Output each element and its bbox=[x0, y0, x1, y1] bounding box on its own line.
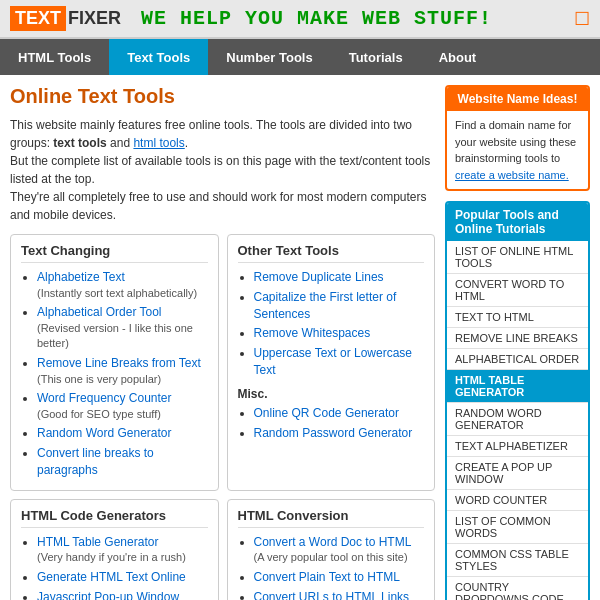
sidebar-nav-item[interactable]: WORD COUNTER bbox=[447, 490, 588, 511]
website-name-body: Find a domain name for your website usin… bbox=[447, 111, 588, 189]
list-item: HTML Table Generator(Very handy if you'r… bbox=[37, 534, 208, 566]
list-item: Word Frequency Counter(Good for SEO type… bbox=[37, 390, 208, 422]
intro-para1: This website mainly features free online… bbox=[10, 116, 435, 152]
sidebar-nav-item[interactable]: CONVERT WORD TO HTML bbox=[447, 274, 588, 307]
nav-item-html-tools[interactable]: HTML Tools bbox=[0, 39, 109, 75]
list-item: Alphabetize Text(Instantly sort text alp… bbox=[37, 269, 208, 301]
sidebar-nav-item[interactable]: LIST OF COMMON WORDS bbox=[447, 511, 588, 544]
list-item: Random Word Generator bbox=[37, 425, 208, 442]
sidebar-nav-item[interactable]: LIST OF ONLINE HTML TOOLS bbox=[447, 241, 588, 274]
nav-item-tutorials[interactable]: Tutorials bbox=[331, 39, 421, 75]
intro-para2: But the complete list of available tools… bbox=[10, 152, 435, 188]
tool-list: HTML Table Generator(Very handy if you'r… bbox=[21, 534, 208, 600]
tool-link[interactable]: Random Word Generator bbox=[37, 426, 172, 440]
tool-link[interactable]: Convert line breaks to paragraphs bbox=[37, 446, 154, 477]
list-item: Convert a Word Doc to HTML(A very popula… bbox=[254, 534, 425, 566]
tool-grid: Text Changing Alphabetize Text(Instantly… bbox=[10, 234, 435, 600]
list-item: Online QR Code Generator bbox=[254, 405, 425, 422]
tool-link[interactable]: Alphabetical Order Tool bbox=[37, 305, 162, 319]
logo-fixer-part: FIXER bbox=[68, 8, 121, 29]
sidebar-nav: Popular Tools and Online Tutorials LIST … bbox=[445, 201, 590, 600]
tool-card-text-changing: Text Changing Alphabetize Text(Instantly… bbox=[10, 234, 219, 491]
tool-card-title: HTML Conversion bbox=[238, 508, 425, 528]
tool-link[interactable]: Convert URLs to HTML Links bbox=[254, 590, 410, 600]
website-name-link[interactable]: create a website name. bbox=[455, 169, 569, 181]
tool-list: Alphabetize Text(Instantly sort text alp… bbox=[21, 269, 208, 479]
sidebar-nav-item[interactable]: RANDOM WORD GENERATOR bbox=[447, 403, 588, 436]
tool-desc: (This one is very popular) bbox=[37, 372, 208, 387]
content-area: Online Text Tools This website mainly fe… bbox=[10, 85, 435, 600]
tool-link[interactable]: Convert a Word Doc to HTML bbox=[254, 535, 412, 549]
logo: TEXT FIXER bbox=[10, 6, 121, 31]
tool-link[interactable]: Uppercase Text or Lowercase Text bbox=[254, 346, 413, 377]
tool-link[interactable]: Remove Whitespaces bbox=[254, 326, 371, 340]
list-item: Alphabetical Order Tool(Revised version … bbox=[37, 304, 208, 352]
list-item: Convert URLs to HTML Links bbox=[254, 589, 425, 600]
list-item: Uppercase Text or Lowercase Text bbox=[254, 345, 425, 379]
intro-text: This website mainly features free online… bbox=[10, 116, 435, 224]
tool-list: Remove Duplicate Lines Capitalize the Fi… bbox=[238, 269, 425, 379]
tool-link[interactable]: Capitalize the First letter of Sentences bbox=[254, 290, 397, 321]
list-item: Remove Duplicate Lines bbox=[254, 269, 425, 286]
nav-item-text-tools[interactable]: Text Tools bbox=[109, 39, 208, 75]
tool-list: Convert a Word Doc to HTML(A very popula… bbox=[238, 534, 425, 600]
html-tools-link[interactable]: html tools bbox=[133, 136, 184, 150]
website-name-header: Website Name Ideas! bbox=[447, 87, 588, 111]
tool-card-html-conversion: HTML Conversion Convert a Word Doc to HT… bbox=[227, 499, 436, 600]
website-name-text: Find a domain name for your website usin… bbox=[455, 119, 576, 164]
sidebar: Website Name Ideas! Find a domain name f… bbox=[445, 85, 590, 600]
tool-link[interactable]: Online QR Code Generator bbox=[254, 406, 399, 420]
header-slogan: WE HELP YOU MAKE WEB STUFF! bbox=[141, 7, 492, 30]
nav-item-about[interactable]: About bbox=[421, 39, 495, 75]
list-item: Convert line breaks to paragraphs bbox=[37, 445, 208, 479]
tool-card-title: Text Changing bbox=[21, 243, 208, 263]
list-item: Remove Whitespaces bbox=[254, 325, 425, 342]
list-item: Convert Plain Text to HTML bbox=[254, 569, 425, 586]
list-item: Capitalize the First letter of Sentences bbox=[254, 289, 425, 323]
tool-card-title: HTML Code Generators bbox=[21, 508, 208, 528]
misc-header: Misc. bbox=[238, 387, 425, 401]
tool-desc: (Revised version - I like this one bette… bbox=[37, 321, 208, 352]
sidebar-nav-item[interactable]: COMMON CSS TABLE STYLES bbox=[447, 544, 588, 577]
tool-desc: (Good for SEO type stuff) bbox=[37, 407, 208, 422]
tool-link[interactable]: Remove Line Breaks from Text bbox=[37, 356, 201, 370]
tool-link[interactable]: Word Frequency Counter bbox=[37, 391, 172, 405]
tool-card-other-text: Other Text Tools Remove Duplicate Lines … bbox=[227, 234, 436, 491]
tool-desc: (Instantly sort text alphabetically) bbox=[37, 286, 208, 301]
website-name-box: Website Name Ideas! Find a domain name f… bbox=[445, 85, 590, 191]
page-title: Online Text Tools bbox=[10, 85, 435, 108]
tool-card-title: Other Text Tools bbox=[238, 243, 425, 263]
nav-bar: HTML ToolsText ToolsNumber ToolsTutorial… bbox=[0, 39, 600, 75]
sidebar-nav-item[interactable]: ALPHABETICAL ORDER bbox=[447, 349, 588, 370]
tool-link[interactable]: Javascript Pop-up Window Maker bbox=[37, 590, 179, 600]
intro-para3: They're all completely free to use and s… bbox=[10, 188, 435, 224]
sidebar-nav-item[interactable]: REMOVE LINE BREAKS bbox=[447, 328, 588, 349]
sidebar-nav-item[interactable]: TEXT TO HTML bbox=[447, 307, 588, 328]
rss-icon[interactable]: ☐ bbox=[574, 8, 590, 30]
tool-card-html-generators: HTML Code Generators HTML Table Generato… bbox=[10, 499, 219, 600]
sidebar-nav-item[interactable]: CREATE A POP UP WINDOW bbox=[447, 457, 588, 490]
logo-text-part: TEXT bbox=[10, 6, 66, 31]
nav-item-number-tools[interactable]: Number Tools bbox=[208, 39, 330, 75]
sidebar-nav-item[interactable]: COUNTRY DROPDOWNS CODE bbox=[447, 577, 588, 600]
list-item: Remove Line Breaks from Text(This one is… bbox=[37, 355, 208, 387]
tool-link[interactable]: Convert Plain Text to HTML bbox=[254, 570, 401, 584]
list-item: Random Password Generator bbox=[254, 425, 425, 442]
tool-link[interactable]: HTML Table Generator bbox=[37, 535, 158, 549]
header: TEXT FIXER WE HELP YOU MAKE WEB STUFF! ☐ bbox=[0, 0, 600, 39]
tool-link[interactable]: Remove Duplicate Lines bbox=[254, 270, 384, 284]
tool-link[interactable]: Random Password Generator bbox=[254, 426, 413, 440]
list-item: Javascript Pop-up Window Maker bbox=[37, 589, 208, 600]
tool-list: Online QR Code Generator Random Password… bbox=[238, 405, 425, 442]
main-content: Online Text Tools This website mainly fe… bbox=[0, 75, 600, 600]
list-item: Generate HTML Text Online bbox=[37, 569, 208, 586]
tool-desc: (Very handy if you're in a rush) bbox=[37, 550, 208, 565]
sidebar-nav-item[interactable]: TEXT ALPHABETIZER bbox=[447, 436, 588, 457]
tool-desc: (A very popular tool on this site) bbox=[254, 550, 425, 565]
tool-link[interactable]: Generate HTML Text Online bbox=[37, 570, 186, 584]
sidebar-nav-header: Popular Tools and Online Tutorials bbox=[447, 203, 588, 241]
tool-link[interactable]: Alphabetize Text bbox=[37, 270, 125, 284]
sidebar-nav-item[interactable]: HTML TABLE GENERATOR bbox=[447, 370, 588, 403]
